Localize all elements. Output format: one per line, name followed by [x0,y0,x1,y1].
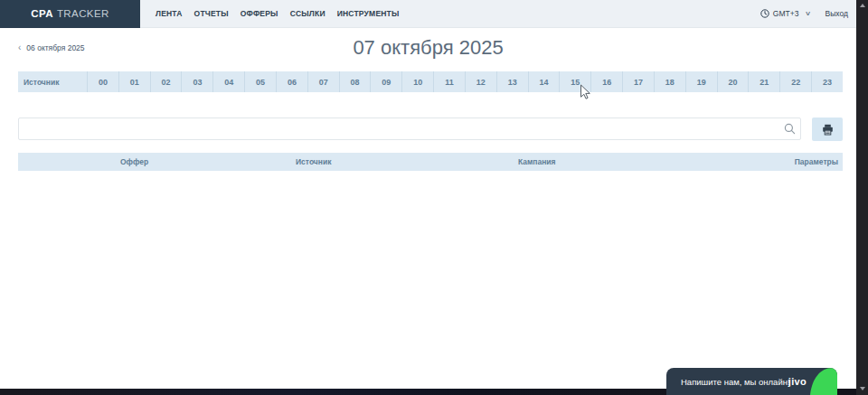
scrollbar-down-button[interactable] [856,383,868,394]
hour-cell-12: 12 [465,71,496,92]
hour-cell-14: 14 [528,71,560,92]
chat-brand-logo: jivo [788,376,807,387]
chat-widget[interactable]: Напишите нам, мы онлайн! jivo [666,368,837,395]
app-logo[interactable]: CPA TRACKER [0,0,140,28]
print-report-button[interactable] [812,118,843,141]
timezone-selector[interactable]: GMT+3 ∨ [760,9,811,18]
hour-cell-20: 20 [717,71,749,92]
hour-cell-10: 10 [401,71,433,92]
column-header-campaign: Кампания [518,153,556,171]
navbar-right: GMT+3 ∨ Выход [760,9,848,18]
hour-cell-06: 06 [276,71,307,92]
hour-cell-08: 08 [339,71,371,92]
search-icon[interactable] [784,123,796,135]
hour-cell-21: 21 [748,71,779,92]
hour-cell-17: 17 [622,71,654,92]
chat-leaf-icon [810,368,837,395]
app-logo-rest: TRACKER [57,8,109,19]
menu-item-lenta[interactable]: ЛЕНТА [156,9,183,18]
menu-item-ssylki[interactable]: ССЫЛКИ [290,9,326,18]
hour-cell-07: 07 [307,71,339,92]
main-menu: ЛЕНТА ОТЧЕТЫ ОФФЕРЫ ССЫЛКИ ИНСТРУМЕНТЫ [156,9,400,18]
chat-message: Напишите нам, мы онлайн! [681,377,790,387]
hour-cell-03: 03 [181,71,212,92]
top-navbar: CPA TRACKER ЛЕНТА ОТЧЕТЫ ОФФЕРЫ ССЫЛКИ И… [0,0,856,28]
hour-cell-16: 16 [590,71,622,92]
hour-cell-22: 22 [779,71,811,92]
hour-cell-13: 13 [496,71,528,92]
chevron-down-icon: ∨ [805,10,811,17]
menu-item-offery[interactable]: ОФФЕРЫ [241,9,278,18]
column-header-offer: Оффер [120,153,148,171]
app-logo-bold: CPA [31,8,53,19]
hour-cell-09: 09 [370,71,401,92]
logout-button[interactable]: Выход [826,9,848,18]
clock-icon [760,9,769,18]
vertical-scrollbar[interactable] [856,0,868,395]
hour-cell-11: 11 [433,71,465,92]
timezone-label: GMT+3 [773,9,799,18]
hour-cell-05: 05 [244,71,276,92]
triangle-down-icon [860,387,865,390]
hour-header-source-label: Источник [18,71,87,92]
hour-cell-19: 19 [685,71,717,92]
hour-cell-02: 02 [150,71,182,92]
print-icon [822,124,834,136]
scrollbar-up-button[interactable] [856,0,868,11]
results-table-header: Оффер Источник Кампания Параметры [18,153,843,171]
column-header-params: Параметры [795,153,838,171]
hour-cell-04: 04 [212,71,244,92]
hour-cell-18: 18 [654,71,685,92]
hour-header-row: Источник 00 01 02 03 04 05 06 07 08 09 1… [18,71,843,92]
search-input[interactable] [18,118,801,140]
menu-item-otchety[interactable]: ОТЧЕТЫ [194,9,229,18]
column-header-source: Источник [296,153,331,171]
menu-item-instrumenty[interactable]: ИНСТРУМЕНТЫ [337,9,400,18]
hour-cell-23: 23 [811,71,843,92]
triangle-up-icon [860,4,865,7]
hour-cell-01: 01 [118,71,150,92]
hour-cell-15: 15 [559,71,590,92]
page-title: 07 октября 2025 [0,36,856,60]
hour-cell-00: 00 [87,71,118,92]
